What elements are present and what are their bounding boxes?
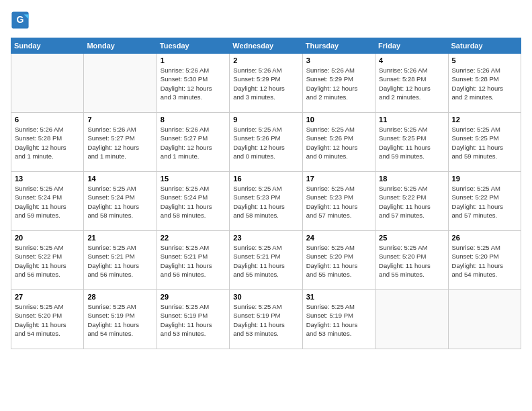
calendar-header-tuesday: Tuesday	[157, 38, 229, 54]
day-number: 17	[306, 175, 371, 183]
day-number: 26	[452, 234, 517, 242]
day-number: 1	[161, 56, 226, 64]
day-number: 29	[161, 293, 226, 301]
day-number: 8	[161, 116, 226, 124]
day-info: Sunrise: 5:25 AM Sunset: 5:24 PM Dayligh…	[15, 184, 80, 220]
calendar-cell: 10Sunrise: 5:25 AM Sunset: 5:26 PM Dayli…	[302, 113, 375, 172]
calendar-cell: 11Sunrise: 5:25 AM Sunset: 5:25 PM Dayli…	[375, 113, 448, 172]
day-info: Sunrise: 5:26 AM Sunset: 5:28 PM Dayligh…	[379, 66, 444, 101]
calendar-cell: 16Sunrise: 5:25 AM Sunset: 5:23 PM Dayli…	[230, 172, 302, 231]
week-row-4: 20Sunrise: 5:25 AM Sunset: 5:22 PM Dayli…	[11, 231, 521, 290]
day-number: 7	[87, 116, 152, 124]
calendar-cell: 26Sunrise: 5:25 AM Sunset: 5:20 PM Dayli…	[448, 231, 521, 290]
day-info: Sunrise: 5:26 AM Sunset: 5:29 PM Dayligh…	[306, 66, 371, 101]
calendar-header-wednesday: Wednesday	[230, 38, 302, 54]
calendar-cell	[375, 290, 448, 349]
day-info: Sunrise: 5:26 AM Sunset: 5:28 PM Dayligh…	[15, 125, 80, 161]
day-info: Sunrise: 5:25 AM Sunset: 5:19 PM Dayligh…	[161, 302, 226, 338]
day-info: Sunrise: 5:25 AM Sunset: 5:23 PM Dayligh…	[306, 184, 371, 220]
calendar-body: 1Sunrise: 5:26 AM Sunset: 5:30 PM Daylig…	[11, 54, 521, 349]
svg-text:G: G	[17, 14, 24, 25]
calendar-cell: 1Sunrise: 5:26 AM Sunset: 5:30 PM Daylig…	[157, 54, 229, 113]
calendar-cell: 13Sunrise: 5:25 AM Sunset: 5:24 PM Dayli…	[11, 172, 84, 231]
day-info: Sunrise: 5:25 AM Sunset: 5:22 PM Dayligh…	[15, 243, 80, 279]
day-number: 15	[161, 175, 226, 183]
day-info: Sunrise: 5:25 AM Sunset: 5:26 PM Dayligh…	[306, 125, 371, 161]
calendar-header-saturday: Saturday	[448, 38, 521, 54]
week-row-3: 13Sunrise: 5:25 AM Sunset: 5:24 PM Dayli…	[11, 172, 521, 231]
calendar-cell: 17Sunrise: 5:25 AM Sunset: 5:23 PM Dayli…	[302, 172, 375, 231]
calendar-cell: 20Sunrise: 5:25 AM Sunset: 5:22 PM Dayli…	[11, 231, 84, 290]
day-number: 4	[379, 56, 444, 64]
day-number: 31	[306, 293, 371, 301]
calendar-header-thursday: Thursday	[302, 38, 375, 54]
day-number: 20	[15, 234, 80, 242]
calendar-cell: 15Sunrise: 5:25 AM Sunset: 5:24 PM Dayli…	[157, 172, 229, 231]
day-number: 2	[233, 56, 298, 64]
day-info: Sunrise: 5:25 AM Sunset: 5:21 PM Dayligh…	[233, 243, 298, 279]
day-info: Sunrise: 5:25 AM Sunset: 5:21 PM Dayligh…	[87, 243, 152, 279]
day-info: Sunrise: 5:26 AM Sunset: 5:28 PM Dayligh…	[452, 66, 517, 101]
week-row-1: 1Sunrise: 5:26 AM Sunset: 5:30 PM Daylig…	[11, 54, 521, 113]
calendar-cell	[11, 54, 84, 113]
day-info: Sunrise: 5:25 AM Sunset: 5:19 PM Dayligh…	[87, 302, 152, 338]
day-info: Sunrise: 5:25 AM Sunset: 5:21 PM Dayligh…	[161, 243, 226, 279]
day-info: Sunrise: 5:26 AM Sunset: 5:30 PM Dayligh…	[161, 66, 226, 101]
calendar-cell	[84, 54, 157, 113]
logo-icon: G	[11, 11, 30, 30]
day-number: 6	[15, 116, 80, 124]
calendar-cell: 29Sunrise: 5:25 AM Sunset: 5:19 PM Dayli…	[157, 290, 229, 349]
calendar-cell: 7Sunrise: 5:26 AM Sunset: 5:27 PM Daylig…	[84, 113, 157, 172]
calendar-cell: 5Sunrise: 5:26 AM Sunset: 5:28 PM Daylig…	[448, 54, 521, 113]
day-number: 3	[306, 56, 371, 64]
day-info: Sunrise: 5:25 AM Sunset: 5:23 PM Dayligh…	[233, 184, 298, 220]
day-number: 9	[233, 116, 298, 124]
day-number: 24	[306, 234, 371, 242]
day-number: 14	[87, 175, 152, 183]
calendar-cell: 12Sunrise: 5:25 AM Sunset: 5:25 PM Dayli…	[448, 113, 521, 172]
day-info: Sunrise: 5:25 AM Sunset: 5:20 PM Dayligh…	[379, 243, 444, 279]
calendar-cell: 22Sunrise: 5:25 AM Sunset: 5:21 PM Dayli…	[157, 231, 229, 290]
calendar-cell: 18Sunrise: 5:25 AM Sunset: 5:22 PM Dayli…	[375, 172, 448, 231]
day-number: 18	[379, 175, 444, 183]
day-info: Sunrise: 5:25 AM Sunset: 5:22 PM Dayligh…	[379, 184, 444, 220]
calendar-cell: 30Sunrise: 5:25 AM Sunset: 5:19 PM Dayli…	[230, 290, 302, 349]
calendar-cell: 24Sunrise: 5:25 AM Sunset: 5:20 PM Dayli…	[302, 231, 375, 290]
day-info: Sunrise: 5:26 AM Sunset: 5:27 PM Dayligh…	[161, 125, 226, 161]
calendar-header-sunday: Sunday	[11, 38, 84, 54]
day-number: 30	[233, 293, 298, 301]
calendar-header-friday: Friday	[375, 38, 448, 54]
calendar-cell: 6Sunrise: 5:26 AM Sunset: 5:28 PM Daylig…	[11, 113, 84, 172]
calendar-cell: 19Sunrise: 5:25 AM Sunset: 5:22 PM Dayli…	[448, 172, 521, 231]
calendar-cell: 21Sunrise: 5:25 AM Sunset: 5:21 PM Dayli…	[84, 231, 157, 290]
calendar-cell: 8Sunrise: 5:26 AM Sunset: 5:27 PM Daylig…	[157, 113, 229, 172]
day-info: Sunrise: 5:25 AM Sunset: 5:20 PM Dayligh…	[15, 302, 80, 338]
calendar-cell: 9Sunrise: 5:25 AM Sunset: 5:26 PM Daylig…	[230, 113, 302, 172]
day-number: 27	[15, 293, 80, 301]
day-info: Sunrise: 5:25 AM Sunset: 5:24 PM Dayligh…	[161, 184, 226, 220]
week-row-2: 6Sunrise: 5:26 AM Sunset: 5:28 PM Daylig…	[11, 113, 521, 172]
calendar-cell: 4Sunrise: 5:26 AM Sunset: 5:28 PM Daylig…	[375, 54, 448, 113]
week-row-5: 27Sunrise: 5:25 AM Sunset: 5:20 PM Dayli…	[11, 290, 521, 349]
day-info: Sunrise: 5:25 AM Sunset: 5:20 PM Dayligh…	[306, 243, 371, 279]
calendar-header-row: SundayMondayTuesdayWednesdayThursdayFrid…	[11, 38, 521, 54]
day-info: Sunrise: 5:25 AM Sunset: 5:24 PM Dayligh…	[87, 184, 152, 220]
day-info: Sunrise: 5:25 AM Sunset: 5:19 PM Dayligh…	[233, 302, 298, 338]
calendar-cell: 25Sunrise: 5:25 AM Sunset: 5:20 PM Dayli…	[375, 231, 448, 290]
day-number: 22	[161, 234, 226, 242]
day-number: 23	[233, 234, 298, 242]
calendar-cell: 27Sunrise: 5:25 AM Sunset: 5:20 PM Dayli…	[11, 290, 84, 349]
calendar-cell: 28Sunrise: 5:25 AM Sunset: 5:19 PM Dayli…	[84, 290, 157, 349]
day-number: 19	[452, 175, 517, 183]
day-number: 5	[452, 56, 517, 64]
day-info: Sunrise: 5:25 AM Sunset: 5:20 PM Dayligh…	[452, 243, 517, 279]
calendar-cell: 31Sunrise: 5:25 AM Sunset: 5:19 PM Dayli…	[302, 290, 375, 349]
calendar-table: SundayMondayTuesdayWednesdayThursdayFrid…	[11, 38, 521, 349]
day-number: 12	[452, 116, 517, 124]
day-number: 13	[15, 175, 80, 183]
day-info: Sunrise: 5:26 AM Sunset: 5:29 PM Dayligh…	[233, 66, 298, 101]
day-info: Sunrise: 5:25 AM Sunset: 5:19 PM Dayligh…	[306, 302, 371, 338]
day-info: Sunrise: 5:25 AM Sunset: 5:25 PM Dayligh…	[452, 125, 517, 161]
day-info: Sunrise: 5:26 AM Sunset: 5:27 PM Dayligh…	[87, 125, 152, 161]
day-info: Sunrise: 5:25 AM Sunset: 5:26 PM Dayligh…	[233, 125, 298, 161]
